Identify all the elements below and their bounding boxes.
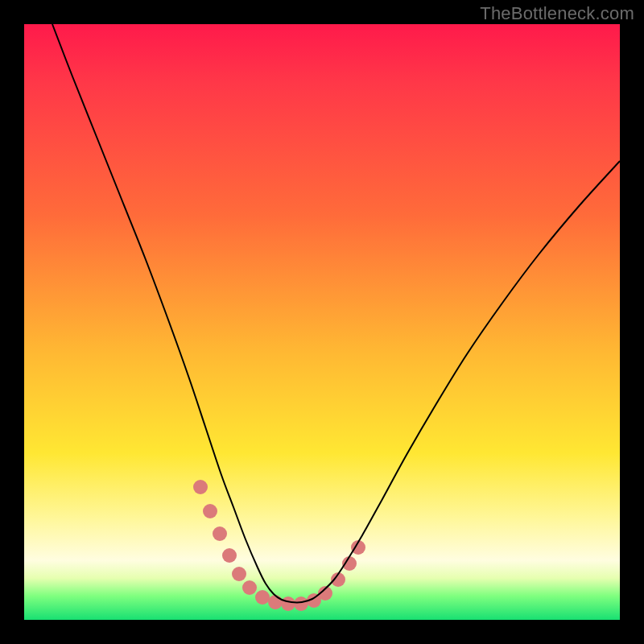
chart-frame: TheBottleneck.com [0,0,644,644]
highlight-dot [193,480,208,494]
highlight-dot [255,590,270,605]
bottleneck-curve-path [52,24,620,602]
highlight-dot [268,595,283,609]
highlight-dot [242,580,257,595]
watermark-text: TheBottleneck.com [480,3,634,24]
highlight-dot [294,597,308,611]
highlight-dot [222,548,237,563]
highlight-dot [213,526,227,541]
highlight-dot [203,504,217,518]
plot-area [24,24,620,620]
curve-svg [24,24,620,620]
highlight-dot-group [193,480,365,611]
highlight-dot [232,567,246,581]
highlight-dot [281,597,295,611]
